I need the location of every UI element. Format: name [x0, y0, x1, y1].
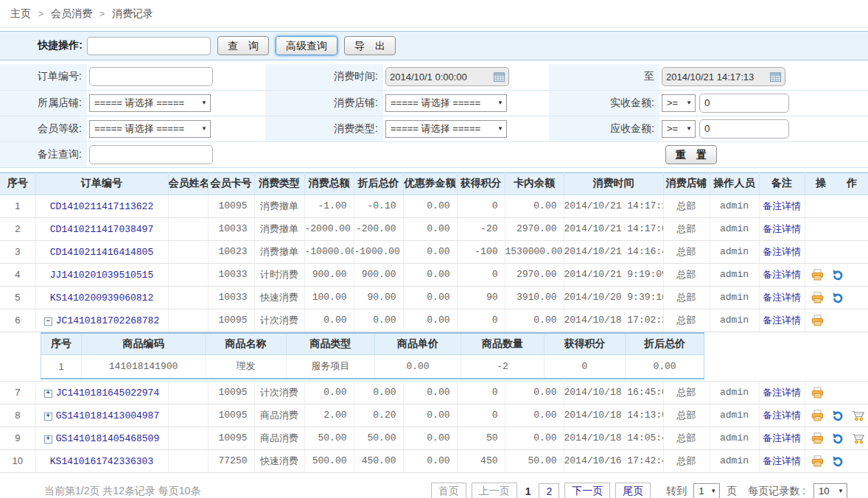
- remark-query-input[interactable]: [89, 145, 213, 164]
- cell-remark: 备注详情: [759, 449, 805, 472]
- page-button-下一页[interactable]: 下一页: [564, 483, 610, 498]
- page-button-2[interactable]: 2: [539, 483, 559, 498]
- print-icon[interactable]: [811, 410, 824, 421]
- table-row: 8+GS141018141300498710095商品消费2.000.200.0…: [0, 404, 868, 427]
- own-store-value: ===== 请选择 =====: [94, 97, 184, 110]
- print-icon[interactable]: [811, 387, 824, 399]
- cell-remark: 备注详情: [759, 427, 805, 449]
- consume-time-from-field[interactable]: 2014/10/1 0:00:00: [385, 67, 509, 86]
- reset-button[interactable]: 重 置: [665, 145, 717, 164]
- page-button-上一页[interactable]: 上一页: [472, 483, 517, 498]
- refresh-icon[interactable]: [832, 455, 844, 467]
- cell-order_no: +GS1410181413004987: [35, 404, 168, 427]
- receivable-amount-op-select[interactable]: >=▼: [662, 120, 696, 138]
- cell-operator: admin: [710, 449, 759, 472]
- remark-detail-link[interactable]: 备注详情: [763, 410, 801, 421]
- subtable-cell-0: 1: [41, 355, 82, 379]
- order-no-link[interactable]: GS1410181405468509: [56, 433, 159, 444]
- remark-query-label: 备注查询:: [0, 141, 87, 167]
- col-header-ops: 操 作: [805, 172, 868, 194]
- remark-detail-link[interactable]: 备注详情: [763, 432, 801, 443]
- breadcrumb-home[interactable]: 主页: [10, 7, 31, 21]
- perpage-select[interactable]: 10▼: [813, 483, 847, 498]
- cart-icon[interactable]: [852, 410, 865, 421]
- consume-time-to-field[interactable]: 2014/10/21 14:17:13: [662, 67, 785, 86]
- export-button[interactable]: 导 出: [344, 36, 396, 55]
- breadcrumb-separator: >: [38, 9, 43, 19]
- cell-order_no: +GS1410181405468509: [35, 427, 168, 449]
- query-button[interactable]: 查 询: [217, 36, 269, 55]
- print-icon[interactable]: [811, 432, 824, 444]
- order-no-input[interactable]: [89, 67, 213, 86]
- chevron-down-icon: ▼: [686, 99, 692, 106]
- cell-operator: admin: [710, 217, 759, 240]
- cell-seq: 2: [0, 217, 35, 240]
- print-icon[interactable]: [811, 292, 824, 304]
- print-icon[interactable]: [811, 269, 824, 281]
- remark-detail-link[interactable]: 备注详情: [763, 223, 801, 234]
- refresh-icon[interactable]: [832, 432, 844, 444]
- subtable-cell-3: 服务项目: [287, 355, 375, 379]
- page-button-尾页[interactable]: 尾页: [615, 483, 651, 498]
- order-no-link[interactable]: KS1410161742336303: [50, 456, 153, 467]
- paid-amount-op-select[interactable]: >=▼: [662, 94, 696, 112]
- member-level-select[interactable]: ===== 请选择 =====▼: [89, 120, 211, 138]
- expand-row-toggle[interactable]: +: [44, 390, 52, 398]
- cell-discounted: 0.00: [354, 309, 403, 332]
- cell-type: 消费撤单: [254, 217, 304, 240]
- cell-card_no: 10095: [208, 381, 254, 404]
- collapse-row-toggle[interactable]: −: [44, 318, 52, 326]
- calendar-icon[interactable]: [770, 72, 781, 82]
- cell-points: 0: [457, 381, 505, 404]
- print-icon[interactable]: [811, 455, 824, 467]
- cell-seq: 1: [0, 194, 35, 217]
- order-no-link[interactable]: JC1410181645022974: [56, 387, 159, 399]
- cell-card_no: 10023: [208, 240, 254, 263]
- consume-time-to-value: 2014/10/21 14:17:13: [666, 71, 754, 83]
- remark-detail-link[interactable]: 备注详情: [763, 292, 801, 303]
- remark-detail-link[interactable]: 备注详情: [763, 387, 801, 398]
- perpage-value: 10: [819, 485, 829, 497]
- chevron-down-icon: ▼: [497, 125, 503, 132]
- quick-ops-label: 快捷操作:: [0, 39, 87, 52]
- cell-balance: 50.00: [505, 449, 564, 472]
- refresh-icon[interactable]: [832, 410, 844, 421]
- receivable-amount-input[interactable]: [699, 119, 789, 138]
- cart-icon[interactable]: [852, 432, 865, 444]
- remark-detail-link[interactable]: 备注详情: [763, 246, 801, 257]
- paid-amount-input[interactable]: [699, 94, 789, 113]
- expand-row-toggle[interactable]: +: [44, 435, 52, 443]
- calendar-icon[interactable]: [494, 72, 505, 82]
- page-button-首页[interactable]: 首页: [431, 483, 466, 498]
- cell-store: 总部: [663, 217, 710, 240]
- order-no-link[interactable]: GS1410181413004987: [56, 410, 159, 421]
- remark-detail-link[interactable]: 备注详情: [763, 455, 801, 466]
- goto-page-select[interactable]: 1▼: [693, 483, 720, 498]
- cell-operator: admin: [710, 263, 759, 286]
- order-no-link[interactable]: CD1410211417038497: [50, 224, 153, 235]
- cell-operator: admin: [710, 309, 759, 332]
- col-header-card_no: 会员卡号: [208, 172, 254, 194]
- order-no-link[interactable]: CD1410211417113622: [50, 201, 153, 212]
- order-no-link[interactable]: CD1410211416414805: [50, 247, 153, 258]
- remark-detail-link[interactable]: 备注详情: [763, 200, 801, 211]
- own-store-select[interactable]: ===== 请选择 =====▼: [89, 94, 211, 112]
- order-no-link[interactable]: JJ1410201039510515: [50, 270, 153, 281]
- breadcrumb-member-consume[interactable]: 会员消费: [51, 7, 92, 21]
- refresh-icon[interactable]: [832, 269, 844, 281]
- consume-store-select[interactable]: ===== 请选择 =====▼: [385, 94, 507, 112]
- consume-type-select[interactable]: ===== 请选择 =====▼: [385, 120, 507, 138]
- cell-operator: admin: [710, 286, 759, 309]
- advanced-query-button[interactable]: 高级查询: [276, 36, 337, 55]
- quick-search-input[interactable]: [87, 37, 211, 55]
- order-no-link[interactable]: KS1410200939060812: [50, 292, 153, 304]
- print-icon[interactable]: [811, 315, 824, 326]
- remark-detail-link[interactable]: 备注详情: [763, 315, 801, 326]
- refresh-icon[interactable]: [832, 292, 844, 304]
- expand-row-toggle[interactable]: +: [44, 413, 52, 421]
- remark-detail-link[interactable]: 备注详情: [763, 269, 801, 280]
- order-no-link[interactable]: JC1410181702268782: [56, 315, 159, 326]
- consume-time-label: 消费时间:: [265, 64, 383, 90]
- cell-order_no: CD1410211417038497: [35, 217, 168, 240]
- cell-order_no: +JC1410181645022974: [35, 381, 168, 404]
